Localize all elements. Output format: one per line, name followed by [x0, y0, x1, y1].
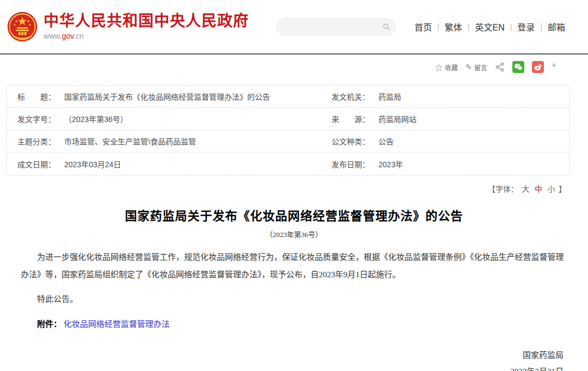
meta-row-dates: 成文日期： 2023年03月24日 发布日期： 2023年 — [7, 153, 569, 175]
meta-value-written-date: 2023年03月24日 — [64, 159, 121, 169]
comment-button[interactable]: ✎ 留言 — [465, 63, 487, 72]
document-meta-table: 标 题： 国家药监局关于发布《化妆品网络经营监督管理办法》的公告 发文机关： 药… — [6, 85, 570, 175]
search-box — [276, 18, 396, 35]
meta-row-doc-number: 发文字号： （2023年第36号） 来 源： 药监局网站 — [7, 108, 569, 130]
meta-value-doc-number: （2023年第36号） — [64, 113, 128, 124]
favorite-button[interactable]: ☆ 收藏 — [435, 62, 458, 72]
font-size-small-button[interactable]: 小 — [548, 185, 555, 193]
pencil-icon: ✎ — [465, 63, 472, 71]
meta-row-title: 标 题： 国家药监局关于发布《化妆品网络经营监督管理办法》的公告 发文机关： 药… — [7, 86, 569, 108]
top-nav: 首页 | 繁体 | 英文EN | 登录 | 邮箱 — [409, 20, 571, 33]
site-url-cn: .cn — [74, 32, 84, 40]
star-icon: ☆ — [435, 62, 443, 72]
favorite-label: 收藏 — [445, 63, 458, 72]
site-title: 中华人民共和国中央人民政府 — [44, 13, 249, 30]
site-url-gov: gov — [62, 32, 74, 40]
meta-label-written-date: 成文日期： — [17, 159, 64, 169]
meta-value-category: 市场监管、安全生产监管\食品药品监管 — [64, 136, 196, 147]
more-share-button[interactable]: + — [552, 61, 556, 70]
sign-date: 2023年3月31日 — [0, 363, 564, 371]
meta-value-publish-date: 2023年 — [378, 159, 403, 169]
article-paragraph: 为进一步强化化妆品网络经营监管工作，规范化妆品网络经营行为，保证化妆品质量安全，… — [21, 249, 567, 283]
meta-value-source: 药监局网站 — [378, 113, 416, 124]
font-size-medium-button[interactable]: 中 — [535, 185, 542, 193]
meta-label-publish-date: 发布日期： — [332, 159, 378, 169]
site-url-www: www. — [44, 32, 62, 40]
article-doc-number: （2023年第36号） — [0, 229, 588, 239]
article-paragraph: 特此公告。 — [21, 291, 567, 308]
national-emblem-icon — [7, 11, 38, 42]
attachment-row: 附件： 化妆品网络经营监督管理办法 — [21, 316, 567, 333]
article: 国家药监局关于发布《化妆品网络经营监督管理办法》的公告 （2023年第36号） … — [0, 206, 588, 371]
meta-label-doc-type: 公文种类： — [332, 136, 378, 147]
wechat-icon — [514, 63, 523, 71]
share-icon[interactable] — [495, 62, 505, 72]
attachment-link[interactable]: 化妆品网络经营监督管理办法 — [64, 320, 170, 329]
weibo-icon — [534, 63, 542, 71]
nav-mail[interactable]: 邮箱 — [542, 20, 571, 33]
attachment-label: 附件： — [37, 320, 62, 329]
font-size-suffix: 】 — [559, 185, 566, 193]
signer-name: 国家药监局 — [0, 347, 564, 363]
font-size-large-button[interactable]: 大 — [522, 185, 530, 193]
site-url: www.gov.cn — [44, 32, 249, 40]
nav-traditional[interactable]: 繁体 — [439, 20, 468, 33]
meta-label-source: 来 源： — [332, 113, 378, 124]
article-title: 国家药监局关于发布《化妆品网络经营监督管理办法》的公告 — [0, 206, 588, 223]
signature-block: 国家药监局 2023年3月31日 — [0, 347, 564, 371]
comment-label: 留言 — [474, 63, 487, 72]
meta-value-title: 国家药监局关于发布《化妆品网络经营监督管理办法》的公告 — [64, 91, 270, 102]
search-icon[interactable] — [383, 22, 390, 32]
meta-value-issuing-agency: 药监局 — [378, 91, 401, 102]
meta-label-issuing-agency: 发文机关： — [332, 91, 378, 102]
meta-label-category: 主题分类： — [17, 136, 64, 147]
site-header: 中华人民共和国中央人民政府 www.gov.cn 首页 | 繁体 | 英文EN … — [0, 0, 588, 53]
site-logo[interactable]: 中华人民共和国中央人民政府 www.gov.cn — [7, 11, 249, 42]
meta-row-category: 主题分类： 市场监管、安全生产监管\食品药品监管 公文种类： 公告 — [7, 130, 569, 153]
font-size-selector: 【字体： 大 中 小 】 — [0, 175, 588, 194]
font-size-prefix: 【字体： — [488, 185, 518, 193]
meta-label-doc-number: 发文字号： — [17, 113, 64, 124]
weibo-share-button[interactable] — [532, 61, 544, 73]
search-input[interactable] — [284, 22, 383, 31]
nav-english[interactable]: 英文EN — [469, 20, 510, 33]
share-bar: ☆ 收藏 ✎ 留言 + — [0, 54, 588, 77]
meta-label-title: 标 题： — [17, 91, 64, 102]
nav-login[interactable]: 登录 — [512, 20, 540, 33]
meta-value-doc-type: 公告 — [378, 136, 394, 147]
nav-home[interactable]: 首页 — [409, 20, 437, 33]
wechat-share-button[interactable] — [512, 61, 524, 73]
